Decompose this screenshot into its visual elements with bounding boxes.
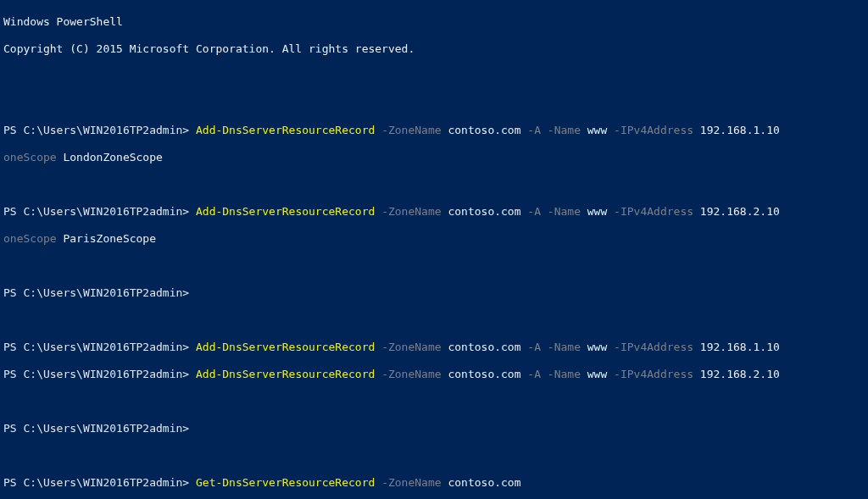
arg-zone: contoso.com bbox=[448, 124, 520, 136]
param-ipv4: -IPv4Address bbox=[614, 205, 693, 218]
arg-www: www bbox=[587, 124, 607, 136]
arg-ip: 192.168.2.10 bbox=[700, 205, 780, 218]
param-a: -A bbox=[527, 368, 541, 380]
param-zonename: -ZoneName bbox=[381, 124, 441, 136]
arg-zone: contoso.com bbox=[448, 341, 520, 353]
prompt: PS C:\Users\WIN2016TP2admin> bbox=[3, 476, 189, 489]
param-a: -A bbox=[527, 205, 541, 218]
arg-zone: contoso.com bbox=[448, 205, 520, 218]
param-name: -Name bbox=[548, 368, 581, 380]
arg-www: www bbox=[587, 205, 607, 218]
prompt: PS C:\Users\WIN2016TP2admin> bbox=[3, 341, 189, 353]
banner-title: Windows PowerShell bbox=[3, 15, 123, 28]
param-zonename: -ZoneName bbox=[381, 205, 441, 218]
line-continuation: oneScope bbox=[3, 151, 57, 164]
param-zonename: -ZoneName bbox=[381, 341, 441, 353]
arg-scope: ParisZoneScope bbox=[63, 232, 156, 245]
param-name: -Name bbox=[548, 341, 581, 353]
arg-zone: contoso.com bbox=[448, 368, 520, 380]
prompt: PS C:\Users\WIN2016TP2admin> bbox=[3, 124, 189, 136]
arg-scope: LondonZoneScope bbox=[63, 151, 162, 164]
line-continuation: oneScope bbox=[3, 232, 57, 245]
cmdlet-get: Get-DnsServerResourceRecord bbox=[196, 476, 375, 489]
cmdlet-add: Add-DnsServerResourceRecord bbox=[196, 205, 375, 218]
param-ipv4: -IPv4Address bbox=[614, 368, 693, 380]
param-name: -Name bbox=[548, 205, 581, 218]
param-a: -A bbox=[527, 124, 541, 136]
powershell-terminal[interactable]: Windows PowerShell Copyright (C) 2015 Mi… bbox=[0, 0, 868, 499]
cmdlet-add: Add-DnsServerResourceRecord bbox=[196, 124, 375, 136]
cmdlet-add: Add-DnsServerResourceRecord bbox=[196, 368, 375, 380]
arg-zone: contoso.com bbox=[448, 476, 520, 489]
param-a: -A bbox=[527, 341, 541, 353]
param-name: -Name bbox=[548, 124, 581, 136]
cmdlet-add: Add-DnsServerResourceRecord bbox=[196, 341, 375, 353]
arg-ip: 192.168.2.10 bbox=[700, 368, 780, 380]
prompt: PS C:\Users\WIN2016TP2admin> bbox=[3, 205, 189, 218]
arg-ip: 192.168.1.10 bbox=[700, 341, 780, 353]
prompt: PS C:\Users\WIN2016TP2admin> bbox=[3, 286, 189, 299]
prompt: PS C:\Users\WIN2016TP2admin> bbox=[3, 422, 189, 435]
param-ipv4: -IPv4Address bbox=[614, 124, 693, 136]
banner-copyright: Copyright (C) 2015 Microsoft Corporation… bbox=[3, 42, 415, 55]
param-zonename: -ZoneName bbox=[381, 476, 441, 489]
arg-ip: 192.168.1.10 bbox=[700, 124, 780, 136]
arg-www: www bbox=[587, 368, 607, 380]
prompt: PS C:\Users\WIN2016TP2admin> bbox=[3, 368, 189, 380]
param-ipv4: -IPv4Address bbox=[614, 341, 693, 353]
param-zonename: -ZoneName bbox=[381, 368, 441, 380]
arg-www: www bbox=[587, 341, 607, 353]
